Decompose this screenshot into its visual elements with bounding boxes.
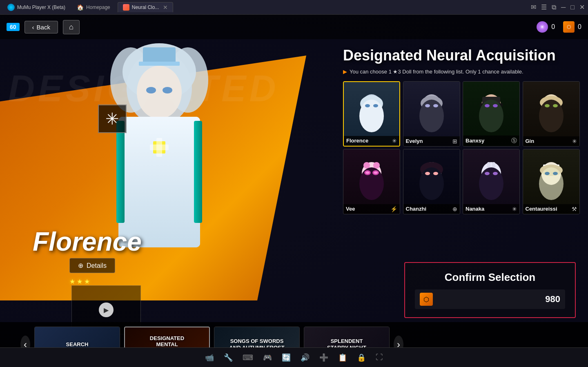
character-name: Florence xyxy=(33,227,142,257)
stars-row: ★ ★ ★ xyxy=(69,278,90,285)
svg-rect-12 xyxy=(194,121,202,223)
centaureissi-type: ⚒ xyxy=(572,206,577,212)
minimize-icon[interactable]: ─ xyxy=(561,4,566,11)
banxsy-label: Banxsy Ⓢ xyxy=(463,136,519,146)
svg-point-48 xyxy=(425,172,430,175)
florence-label: Florence ✳ xyxy=(344,136,399,146)
tab-icon xyxy=(123,4,129,11)
app-name: MuMu Player X (Beta) xyxy=(17,4,65,10)
currency-2-amount: 0 xyxy=(578,23,581,31)
toolbar-clipboard-icon[interactable]: 📋 xyxy=(338,353,347,362)
star-2: ★ xyxy=(77,278,82,285)
char-card-chanzhi[interactable]: Chanzhi ⊕ xyxy=(403,149,460,214)
svg-point-29 xyxy=(479,100,503,132)
toolbar-lock-icon[interactable]: 🔒 xyxy=(357,353,366,362)
char-card-vee[interactable]: Vee ⚡ xyxy=(343,149,400,214)
right-panel: Designated Neural Acquisition You can ch… xyxy=(335,39,588,300)
titlebar-app: MuMu Player X (Beta) xyxy=(3,2,69,13)
svg-point-59 xyxy=(539,167,564,200)
svg-point-38 xyxy=(363,162,370,169)
vee-type: ⚡ xyxy=(390,206,397,212)
toolbar-volume-icon[interactable]: 🔊 xyxy=(301,353,310,362)
toolbar-add-icon[interactable]: ➕ xyxy=(319,353,328,362)
toolbar-sync-icon[interactable]: 🔄 xyxy=(282,353,291,362)
char-card-florence[interactable]: Florence ✳ xyxy=(343,81,400,147)
svg-point-31 xyxy=(493,104,498,107)
char-card-centaureissi[interactable]: Centaureissi ⚒ xyxy=(523,149,580,214)
toolbar-keyboard-icon[interactable]: ⌨ xyxy=(243,353,253,362)
tab-close-button[interactable]: ✕ xyxy=(163,4,168,11)
toolbar-fullscreen-icon[interactable]: ⛶ xyxy=(376,353,383,362)
asterisk-symbol: ✳ xyxy=(105,109,119,128)
menu-icon[interactable]: ☰ xyxy=(541,3,547,11)
vee-avatar xyxy=(343,155,400,208)
gin-avatar xyxy=(523,87,579,140)
gin-name: Gin xyxy=(526,138,535,144)
toolbar-video-icon[interactable]: 📹 xyxy=(205,353,214,362)
svg-point-20 xyxy=(373,104,378,107)
evelyn-name: Evelyn xyxy=(406,138,423,144)
homepage-label: Homepage xyxy=(86,4,110,10)
currency-item-2: ⬡ 0 xyxy=(563,21,581,33)
play-video-button[interactable]: ▶ xyxy=(99,302,114,317)
mail-icon[interactable]: ✉ xyxy=(531,3,536,11)
chanzhi-type: ⊕ xyxy=(452,206,457,212)
details-label: Details xyxy=(87,262,107,269)
svg-point-40 xyxy=(359,167,384,200)
back-button[interactable]: ‹ Back xyxy=(24,21,58,33)
star-3: ★ xyxy=(84,278,90,285)
nanaka-type: ✳ xyxy=(512,206,517,212)
panel-title: Designated Neural Acquisition xyxy=(343,47,580,64)
game-topbar: 60 ‹ Back ⌂ ✳ 0 ⬡ 0 xyxy=(0,15,588,39)
maximize-icon[interactable]: □ xyxy=(570,4,575,11)
banxsy-name: Banxsy xyxy=(466,138,484,144)
bottom-toolbar: 📹 🔧 ⌨ 🎮 🔄 🔊 ➕ 📋 🔒 ⛶ xyxy=(0,347,588,367)
florence-type: ✳ xyxy=(392,138,397,144)
active-tab[interactable]: Neural Clo... ✕ xyxy=(118,2,174,12)
confirm-cost-row: ⬡ 980 xyxy=(415,289,565,309)
banxsy-avatar xyxy=(463,87,519,140)
star-currency-icon: ✳ xyxy=(537,21,548,33)
details-button[interactable]: ⊕ Details xyxy=(69,258,115,273)
toolbar-gamepad-icon[interactable]: 🎮 xyxy=(263,353,272,362)
vee-name: Vee xyxy=(346,206,355,212)
close-icon[interactable]: ✕ xyxy=(579,3,585,11)
gin-label: Gin ✳ xyxy=(523,136,579,146)
character-class-icon: ✳ xyxy=(98,105,127,133)
window-controls: ✉ ☰ ⧉ ─ □ ✕ xyxy=(531,3,585,11)
panel-subtitle: You can choose 1 ★3 Doll from the follow… xyxy=(343,69,580,75)
homepage-tab[interactable]: 🏠 Homepage xyxy=(73,2,114,12)
svg-point-30 xyxy=(485,104,490,107)
currency-area: ✳ 0 ⬡ 0 xyxy=(537,21,581,33)
svg-point-19 xyxy=(365,104,370,107)
currency-1-amount: 0 xyxy=(551,23,555,31)
app-icon xyxy=(7,4,15,11)
svg-point-34 xyxy=(539,100,564,132)
nanaka-name: Nanaka xyxy=(466,206,484,212)
svg-point-61 xyxy=(553,172,558,175)
confirm-selection-box[interactable]: Confirm Selection ⬡ 980 xyxy=(404,262,576,318)
svg-point-53 xyxy=(479,167,503,200)
box-currency-icon: ⬡ xyxy=(563,21,575,33)
svg-point-60 xyxy=(545,172,550,175)
svg-point-47 xyxy=(419,167,444,200)
star-1: ★ xyxy=(69,278,75,285)
char-card-gin[interactable]: Gin ✳ xyxy=(523,81,580,147)
titlebar: MuMu Player X (Beta) 🏠 Homepage Neural C… xyxy=(0,0,588,15)
zoom-icon: ⊕ xyxy=(78,262,83,269)
game-area: DESIGNATED 60 ‹ Back ⌂ ✳ 0 ⬡ 0 ✳ xyxy=(0,15,588,367)
char-card-nanaka[interactable]: Nanaka ✳ xyxy=(463,149,520,214)
back-label: Back xyxy=(37,24,50,31)
evelyn-type: ⊞ xyxy=(452,138,457,145)
svg-point-18 xyxy=(359,100,384,132)
confirm-cost-icon: ⬡ xyxy=(420,293,433,306)
toolbar-settings-icon[interactable]: 🔧 xyxy=(224,353,233,362)
char-card-banxsy[interactable]: Banxsy Ⓢ xyxy=(463,81,520,147)
nanaka-avatar xyxy=(463,155,519,208)
svg-point-7 xyxy=(146,87,156,93)
svg-point-43 xyxy=(365,171,370,174)
home-button[interactable]: ⌂ xyxy=(63,20,80,34)
tab-label: Neural Clo... xyxy=(132,4,159,10)
char-card-evelyn[interactable]: Evelyn ⊞ xyxy=(403,81,460,147)
restore-icon[interactable]: ⧉ xyxy=(552,4,556,11)
